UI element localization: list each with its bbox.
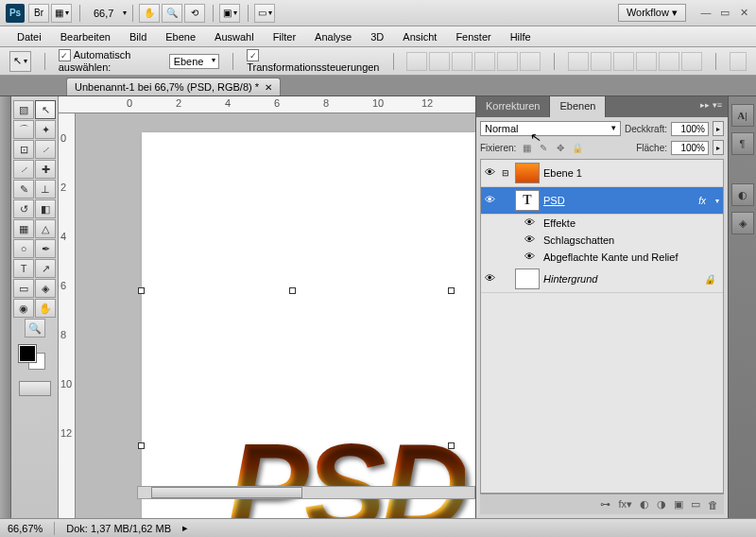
transform-handle[interactable] [138, 442, 145, 449]
layers-panel-icon[interactable]: ◈ [731, 212, 754, 234]
heal-tool[interactable]: ✚ [35, 160, 56, 179]
character-panel-icon[interactable]: A| [731, 104, 754, 127]
lock-pixels-icon[interactable]: ✎ [537, 141, 550, 154]
distribute-icon[interactable] [591, 52, 611, 71]
screen-mode-button[interactable]: ▭▾ [254, 4, 275, 23]
effect-item[interactable]: 👁Abgeflachte Kante und Relief [481, 249, 723, 266]
layer-thumbnail[interactable] [515, 268, 540, 289]
status-docsize[interactable]: Dok: 1,37 MB/1,62 MB [66, 523, 171, 534]
delete-icon[interactable]: 🗑 [708, 499, 718, 511]
lock-transparency-icon[interactable]: ▦ [520, 141, 533, 154]
visibility-icon[interactable]: 👁 [524, 234, 538, 247]
adjustment-icon[interactable]: ◑ [657, 498, 666, 511]
fx-icon[interactable]: fx▾ [618, 498, 632, 511]
hand-tool[interactable]: ✋ [35, 299, 56, 318]
lock-position-icon[interactable]: ✥ [554, 141, 567, 154]
menu-auswahl[interactable]: Auswahl [205, 29, 264, 44]
layer-name[interactable]: Hintergrund [543, 273, 597, 285]
zoom-tool-button[interactable]: 🔍 [162, 4, 182, 23]
path-select-tool[interactable]: ↗ [35, 259, 56, 278]
document-tab[interactable]: Unbenannt-1 bei 66,7% (PSD, RGB/8) * ✕ [66, 78, 281, 95]
menu-3d[interactable]: 3D [361, 29, 393, 44]
bridge-button[interactable]: Br [28, 4, 49, 23]
menu-bild[interactable]: Bild [120, 29, 156, 44]
link-layers-icon[interactable]: ⊶ [600, 498, 610, 511]
arrange-button[interactable]: ▣▾ [219, 4, 240, 23]
blur-tool[interactable]: △ [35, 219, 56, 238]
slice-tool[interactable]: ⟋ [35, 140, 56, 159]
zoom-dropdown[interactable]: ▾ [123, 9, 127, 17]
layer-row[interactable]: 👁 ⊟ Ebene 1 [481, 160, 723, 187]
tab-ebenen[interactable]: Ebenen [550, 96, 606, 117]
layer-name[interactable]: PSD [543, 195, 565, 206]
distribute-icon[interactable] [613, 52, 634, 71]
link-icon[interactable]: ⊟ [502, 168, 511, 178]
fill-arrow[interactable]: ▸ [713, 140, 724, 155]
align-icon[interactable] [406, 52, 427, 71]
wand-tool[interactable]: ✦ [35, 120, 56, 139]
align-icon[interactable] [429, 52, 450, 71]
effects-header[interactable]: 👁Effekte [481, 215, 723, 232]
menu-ebene[interactable]: Ebene [156, 29, 205, 44]
new-layer-icon[interactable]: ▭ [691, 498, 700, 511]
minimize-button[interactable]: — [699, 7, 713, 20]
eyedropper-tool[interactable]: ⟋ [13, 160, 34, 179]
crop-tool[interactable]: ⊡ [13, 140, 34, 159]
effects-toggle[interactable]: ▾ [715, 197, 719, 205]
auto-select-checkbox[interactable]: ✓Automatisch auswählen: [59, 49, 162, 74]
foreground-color[interactable] [19, 345, 36, 362]
transform-handle[interactable] [448, 442, 455, 449]
menu-hilfe[interactable]: Hilfe [501, 29, 541, 44]
close-tab-icon[interactable]: ✕ [265, 82, 272, 93]
canvas-area[interactable]: PSD [76, 113, 475, 518]
menu-bearbeiten[interactable]: Bearbeiten [51, 29, 120, 44]
transform-handle[interactable] [138, 287, 145, 294]
history-brush-tool[interactable]: ↺ [13, 199, 34, 218]
align-icon[interactable] [452, 52, 472, 71]
distribute-icon[interactable] [681, 52, 702, 71]
menu-fenster[interactable]: Fenster [446, 29, 500, 44]
align-icon[interactable] [520, 52, 541, 71]
visibility-icon[interactable]: 👁 [485, 272, 498, 286]
distribute-icon[interactable] [636, 52, 657, 71]
close-button[interactable]: ✕ [737, 7, 750, 20]
paragraph-panel-icon[interactable]: ¶ [731, 132, 754, 155]
gradient-tool[interactable]: ▦ [13, 219, 34, 238]
lasso-tool[interactable]: ⌒ [13, 120, 34, 139]
workflow-selector[interactable]: Workflow ▾ [618, 4, 686, 22]
mask-icon[interactable]: ◐ [640, 498, 649, 511]
status-zoom[interactable]: 66,67% [8, 523, 43, 534]
transform-handle[interactable] [448, 287, 455, 294]
left-dock-strip[interactable] [0, 96, 11, 518]
panel-menu-icon[interactable]: ▸▸ ▾≡ [695, 96, 728, 117]
auto-align-icon[interactable] [730, 52, 747, 71]
layer-name[interactable]: Ebene 1 [543, 167, 582, 179]
layer-thumbnail[interactable] [515, 163, 540, 183]
adjustments-panel-icon[interactable]: ◐ [731, 183, 754, 206]
visibility-icon[interactable]: 👁 [485, 194, 498, 207]
align-icon[interactable] [497, 52, 518, 71]
transform-controls-checkbox[interactable]: ✓Transformationssteuerungen [247, 49, 379, 74]
dodge-tool[interactable]: ○ [13, 239, 34, 258]
marquee-tool[interactable]: ▧ [13, 100, 34, 119]
layer-row[interactable]: 👁 T PSD fx ▾ [481, 187, 723, 215]
fill-input[interactable]: 100% [671, 141, 709, 155]
stamp-tool[interactable]: ⊥ [35, 180, 56, 199]
effect-item[interactable]: 👁Schlagschatten [481, 232, 723, 249]
eraser-tool[interactable]: ◧ [35, 199, 56, 218]
film-button[interactable]: ▦▾ [51, 4, 72, 23]
visibility-icon[interactable]: 👁 [524, 217, 538, 230]
menu-filter[interactable]: Filter [264, 29, 305, 44]
menu-datei[interactable]: Datei [8, 29, 51, 44]
menu-analyse[interactable]: Analyse [305, 29, 361, 44]
move-tool[interactable]: ↖ [35, 100, 56, 119]
distribute-icon[interactable] [659, 52, 679, 71]
layer-row[interactable]: 👁 Hintergrund 🔒 [481, 266, 723, 293]
distribute-icon[interactable] [568, 52, 589, 71]
visibility-icon[interactable]: 👁 [485, 166, 498, 180]
lock-all-icon[interactable]: 🔒 [571, 141, 584, 154]
menu-ansicht[interactable]: Ansicht [393, 29, 446, 44]
auto-select-target[interactable]: Ebene [169, 54, 220, 69]
3d-camera-tool[interactable]: ◉ [13, 299, 34, 318]
tab-korrekturen[interactable]: Korrekturen [476, 96, 550, 117]
